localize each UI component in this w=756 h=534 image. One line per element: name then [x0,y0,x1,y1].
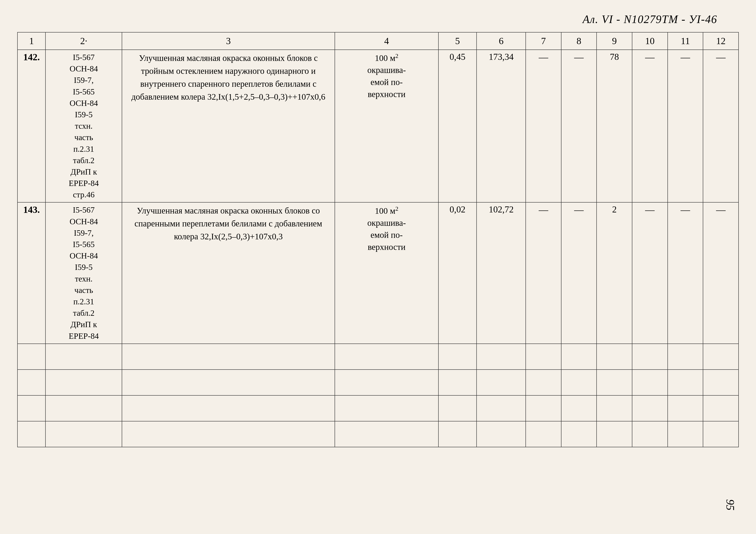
empty-cell [17,369,45,395]
val-8-142: — [561,50,597,202]
desc-cell-142: Улучшенная масляная окраска оконных блок… [122,50,335,202]
unit-text-143: 100 м2окрашива-емой по-верхности [367,206,406,252]
col-header-9: 9 [597,32,632,50]
empty-cell [335,369,439,395]
val-11-143: — [668,202,703,343]
empty-row-2 [17,369,739,395]
row-number-143: 143. [17,202,45,343]
unit-cell-143: 100 м2окрашива-емой по-верхности [335,202,439,343]
col-header-3: 3 [122,32,335,50]
empty-cell [632,395,668,421]
empty-cell [476,421,526,447]
val-9-142: 78 [597,50,632,202]
empty-cell [597,344,632,369]
val-5-142: 0,45 [439,50,476,202]
empty-cell [476,369,526,395]
empty-cell [632,344,668,369]
col-header-11: 11 [668,32,703,50]
empty-cell [526,395,561,421]
val-5-143: 0,02 [439,202,476,343]
col-header-5: 5 [439,32,476,50]
empty-cell [17,344,45,369]
empty-row-4 [17,421,739,447]
ref-text-143: I5-567ОСН-84I59-7,I5-565ОСН-84I59-5техн.… [69,205,99,340]
col-header-8: 8 [561,32,597,50]
empty-cell [45,344,122,369]
empty-cell [335,395,439,421]
empty-cell [45,369,122,395]
col-header-10: 10 [632,32,668,50]
desc-text-143: Улучшенная масляная окраска оконных блок… [134,206,322,241]
desc-cell-143: Улучшенная масляная окраска оконных блок… [122,202,335,343]
empty-cell [632,369,668,395]
empty-row-3 [17,395,739,421]
unit-text-142: 100 м2окрашива-емой по-верхности [367,53,406,99]
empty-cell [122,369,335,395]
empty-cell [668,369,703,395]
empty-cell [45,421,122,447]
empty-cell [476,395,526,421]
empty-cell [17,395,45,421]
table-row: 142. I5-567ОСН-84I59-7,I5-565ОСН-84I59-5… [17,50,739,202]
val-7-143: — [526,202,561,343]
col-header-4: 4 [335,32,439,50]
empty-cell [476,344,526,369]
empty-cell [335,421,439,447]
empty-cell [703,344,739,369]
empty-cell [122,395,335,421]
ref-cell-142: I5-567ОСН-84I59-7,I5-565ОСН-84I59-5тсхн.… [45,50,122,202]
val-12-143: — [703,202,739,343]
empty-cell [561,395,597,421]
col-header-2: 2· [45,32,122,50]
empty-cell [335,344,439,369]
row-number-142: 142. [17,50,45,202]
val-9-143: 2 [597,202,632,343]
val-7-142: — [526,50,561,202]
empty-cell [597,395,632,421]
unit-cell-142: 100 м2окрашива-емой по-верхности [335,50,439,202]
empty-cell [668,421,703,447]
desc-text-142: Улучшенная масляная окраска оконных блок… [131,53,325,102]
empty-cell [439,421,476,447]
col-header-7: 7 [526,32,561,50]
empty-cell [526,369,561,395]
empty-cell [561,421,597,447]
col-header-6: 6 [476,32,526,50]
val-6-142: 173,34 [476,50,526,202]
empty-cell [439,344,476,369]
empty-cell [561,369,597,395]
val-11-142: — [668,50,703,202]
col-header-1: 1 [17,32,45,50]
page: Ал. VI - N10279ТМ - УI-46 1 2· 3 4 5 6 [0,0,756,534]
empty-cell [122,344,335,369]
header-reference: Ал. VI - N10279ТМ - УI-46 [17,13,739,26]
col-header-12: 12 [703,32,739,50]
ref-text-142: I5-567ОСН-84I59-7,I5-565ОСН-84I59-5тсхн.… [69,53,99,199]
table-row: 143. I5-567ОСН-84I59-7,I5-565ОСН-84I59-5… [17,202,739,343]
empty-cell [632,421,668,447]
empty-cell [439,369,476,395]
page-number: 95 [724,499,737,511]
header-row: 1 2· 3 4 5 6 7 8 9 10 11 12 [17,32,739,50]
empty-cell [526,421,561,447]
empty-cell [45,395,122,421]
val-10-143: — [632,202,668,343]
empty-row-1 [17,344,739,369]
empty-cell [122,421,335,447]
empty-cell [703,369,739,395]
empty-cell [668,344,703,369]
val-10-142: — [632,50,668,202]
empty-cell [703,421,739,447]
empty-cell [668,395,703,421]
empty-cell [597,421,632,447]
ref-cell-143: I5-567ОСН-84I59-7,I5-565ОСН-84I59-5техн.… [45,202,122,343]
empty-cell [597,369,632,395]
empty-cell [703,395,739,421]
empty-cell [17,421,45,447]
val-6-143: 102,72 [476,202,526,343]
val-8-143: — [561,202,597,343]
main-table: 1 2· 3 4 5 6 7 8 9 10 11 12 142. I5-567О… [17,32,739,447]
empty-cell [526,344,561,369]
empty-cell [561,344,597,369]
empty-cell [439,395,476,421]
